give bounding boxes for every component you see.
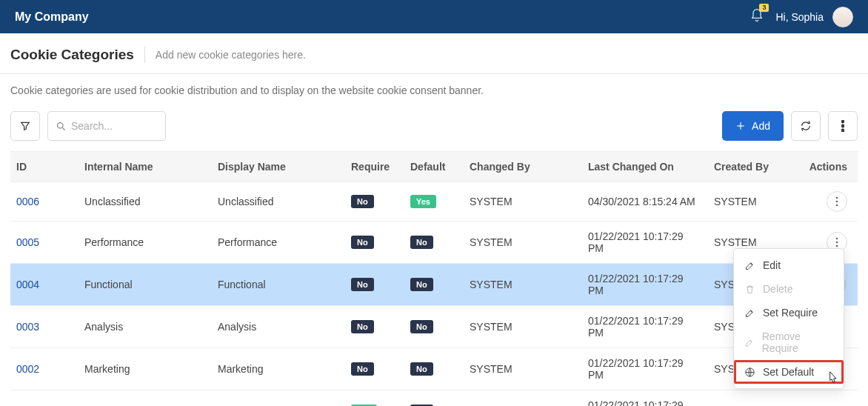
- cell-changed-by: SYSTEM: [462, 222, 581, 264]
- filter-button[interactable]: [10, 111, 40, 141]
- trash-icon: [744, 284, 755, 295]
- svg-point-10: [836, 238, 838, 240]
- table-row[interactable]: 0006UnclassifiedUnclassifiedNoYesSYSTEM0…: [10, 182, 858, 222]
- add-button-label: Add: [752, 120, 770, 132]
- page-subtitle: Add new cookie categories here.: [156, 49, 306, 61]
- cell-require: No: [344, 182, 403, 222]
- filter-icon: [19, 120, 31, 132]
- menu-delete: Delete: [734, 277, 844, 301]
- notifications-button[interactable]: 3: [750, 8, 764, 25]
- table-row[interactable]: 0005PerformancePerformanceNoNoSYSTEM01/2…: [10, 222, 858, 264]
- cell-default: No: [403, 390, 462, 407]
- cell-id[interactable]: 0001: [10, 390, 77, 407]
- cell-default: No: [403, 306, 462, 348]
- edit-icon: [744, 337, 755, 348]
- cell-last-changed: 01/22/2021 10:17:29 PM: [581, 264, 707, 306]
- search-box[interactable]: [47, 111, 166, 141]
- notification-badge: 3: [759, 4, 769, 12]
- globe-icon: [744, 367, 755, 378]
- row-actions-button[interactable]: [827, 191, 847, 212]
- cell-id[interactable]: 0004: [10, 264, 77, 306]
- user-greeting: Hi, Sophia: [775, 11, 824, 23]
- cell-internal: Performance: [77, 222, 210, 264]
- row-context-menu: Edit Delete Set Require Remove Require S…: [733, 248, 844, 389]
- avatar[interactable]: [832, 7, 853, 27]
- refresh-button[interactable]: [791, 111, 821, 141]
- cell-display: Performance: [210, 222, 344, 264]
- categories-table: ID Internal Name Display Name Require De…: [10, 151, 858, 406]
- cell-internal: Analysis: [77, 306, 210, 348]
- cell-created-by: SYSTEM: [707, 182, 802, 222]
- menu-set-default-label: Set Default: [763, 366, 814, 378]
- cell-last-changed: 04/30/2021 8:15:24 AM: [581, 182, 707, 222]
- cell-actions: [802, 390, 858, 407]
- cell-default: No: [403, 222, 462, 264]
- svg-point-8: [836, 201, 838, 203]
- cell-display: Marketing: [210, 348, 344, 390]
- cell-last-changed: 01/22/2021 10:17:29 PM: [581, 348, 707, 390]
- page-description: Cookie categories are used for cookie di…: [10, 84, 858, 96]
- cell-changed-by: SYSTEM: [462, 182, 581, 222]
- col-last-changed[interactable]: Last Changed On: [581, 152, 707, 182]
- col-require[interactable]: Require: [344, 152, 403, 182]
- cell-changed-by: SYSTEM: [462, 306, 581, 348]
- refresh-icon: [800, 120, 812, 132]
- menu-delete-label: Delete: [763, 283, 792, 295]
- search-input[interactable]: [71, 120, 145, 132]
- edit-icon: [744, 307, 755, 319]
- svg-point-7: [836, 197, 838, 199]
- cell-internal: Marketing: [77, 348, 210, 390]
- menu-set-require[interactable]: Set Require: [734, 301, 844, 325]
- brand-name: My Company: [15, 10, 750, 24]
- menu-set-require-label: Set Require: [763, 307, 818, 319]
- cell-require: Yes: [344, 390, 403, 407]
- col-actions: Actions: [802, 152, 858, 182]
- table-row[interactable]: 0003AnalysisAnalysisNoNoSYSTEM01/22/2021…: [10, 306, 858, 348]
- col-id[interactable]: ID: [10, 152, 77, 182]
- cell-id[interactable]: 0005: [10, 222, 77, 264]
- cell-last-changed: 01/22/2021 10:17:29 PM: [581, 306, 707, 348]
- add-button[interactable]: Add: [722, 111, 784, 141]
- svg-point-0: [58, 122, 64, 128]
- col-internal[interactable]: Internal Name: [77, 152, 210, 182]
- cell-id[interactable]: 0002: [10, 348, 77, 390]
- svg-line-1: [62, 127, 64, 130]
- cell-display: Unclassified: [210, 182, 344, 222]
- col-default[interactable]: Default: [403, 152, 462, 182]
- svg-point-4: [842, 121, 844, 123]
- menu-edit[interactable]: Edit: [734, 253, 844, 277]
- table-row[interactable]: 0001EssentialEssentialYesNoSYSTEM01/22/2…: [10, 390, 858, 407]
- col-display[interactable]: Display Name: [210, 152, 344, 182]
- cell-default: No: [403, 348, 462, 390]
- cell-require: No: [344, 264, 403, 306]
- menu-remove-require: Remove Require: [734, 325, 844, 360]
- cell-changed-by: SYSTEM: [462, 264, 581, 306]
- col-created-by[interactable]: Created By: [707, 152, 802, 182]
- cell-display: Analysis: [210, 306, 344, 348]
- svg-point-6: [842, 130, 844, 132]
- cell-created-by: SYSTEM: [707, 390, 802, 407]
- cell-require: No: [344, 222, 403, 264]
- more-vertical-icon: [841, 120, 844, 132]
- more-button[interactable]: [828, 111, 858, 141]
- cell-id[interactable]: 0006: [10, 182, 77, 222]
- cell-actions: [802, 182, 858, 222]
- svg-point-5: [842, 125, 844, 127]
- table-row[interactable]: 0004FunctionalFunctionalNoNoSYSTEM01/22/…: [10, 264, 858, 306]
- table-header-row: ID Internal Name Display Name Require De…: [10, 152, 858, 182]
- page-title: Cookie Categories: [10, 47, 145, 63]
- cell-default: No: [403, 264, 462, 306]
- cell-internal: Functional: [77, 264, 210, 306]
- col-changed-by[interactable]: Changed By: [462, 152, 581, 182]
- table-row[interactable]: 0002MarketingMarketingNoNoSYSTEM01/22/20…: [10, 348, 858, 390]
- cell-require: No: [344, 348, 403, 390]
- cell-last-changed: 01/22/2021 10:17:29 PM: [581, 390, 707, 407]
- page-header: Cookie Categories Add new cookie categor…: [0, 33, 868, 74]
- more-vertical-icon: [835, 196, 838, 207]
- menu-edit-label: Edit: [763, 259, 781, 271]
- cell-internal: Unclassified: [77, 182, 210, 222]
- cell-last-changed: 01/22/2021 10:17:29 PM: [581, 222, 707, 264]
- top-bar: My Company 3 Hi, Sophia: [0, 0, 868, 33]
- cell-display: Essential: [210, 390, 344, 407]
- cell-id[interactable]: 0003: [10, 306, 77, 348]
